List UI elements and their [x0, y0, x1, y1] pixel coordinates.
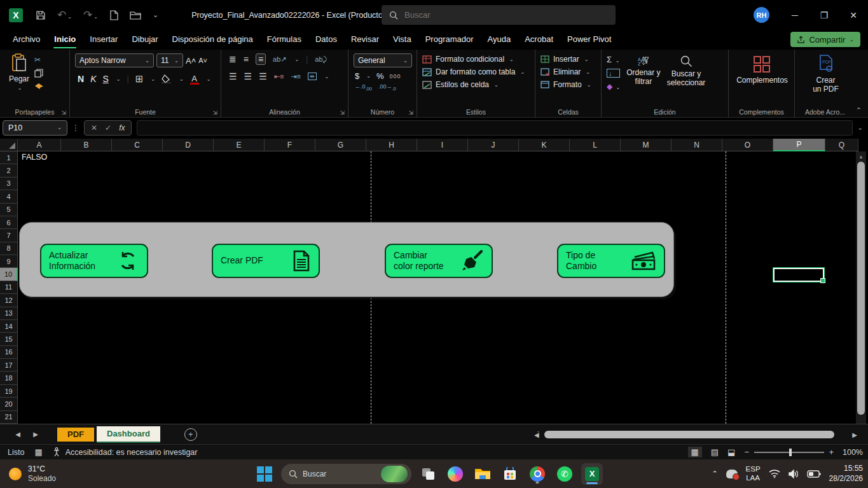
sheet-tab-pdf[interactable]: PDF — [56, 426, 95, 443]
row-header-14[interactable]: 14 — [0, 320, 18, 333]
format-cells-button[interactable]: Formato⌄ — [541, 80, 597, 89]
cambiar-color-reporte-button[interactable]: Cambiar color reporte — [385, 244, 493, 278]
format-as-table-button[interactable]: Dar formato como tabla⌄ — [422, 67, 531, 76]
row-header-10[interactable]: 10 — [0, 268, 18, 281]
tab-programador[interactable]: Programador — [418, 31, 481, 49]
column-header-e[interactable]: E — [214, 139, 265, 151]
new-file-icon[interactable] — [109, 10, 118, 20]
crear-pdf-button[interactable]: Crear PDF — [212, 244, 320, 278]
file-explorer-icon[interactable] — [472, 463, 493, 485]
row-header-6[interactable]: 6 — [0, 216, 18, 229]
column-header-l[interactable]: L — [570, 139, 621, 151]
font-dialog-launcher[interactable]: ⇲ — [212, 109, 217, 116]
wrap-text-icon[interactable]: ab⤸ — [315, 55, 327, 64]
tab-disposición-de-página[interactable]: Disposición de página — [165, 31, 260, 49]
row-header-21[interactable]: 21 — [0, 411, 18, 424]
column-header-i[interactable]: I — [417, 139, 468, 151]
clear-icon[interactable]: ◆ ⌄ — [607, 82, 620, 91]
row-header-9[interactable]: 9 — [0, 255, 18, 268]
row-header-18[interactable]: 18 — [0, 372, 18, 384]
select-all-corner[interactable] — [0, 139, 18, 151]
save-icon[interactable] — [36, 10, 46, 20]
accessibility-status[interactable]: Accesibilidad: es necesario investigar — [53, 447, 198, 457]
whatsapp-icon[interactable]: ✆ — [554, 463, 575, 485]
minimize-button[interactable]: ─ — [780, 0, 809, 30]
search-box[interactable] — [382, 5, 616, 25]
align-middle-icon[interactable]: ≡ — [244, 54, 249, 64]
row-header-2[interactable]: 2 — [0, 164, 18, 177]
merge-center-icon[interactable]: ⇹ — [308, 73, 317, 80]
zoom-thumb[interactable] — [789, 449, 792, 456]
copilot-icon[interactable] — [444, 463, 466, 485]
tab-inicio[interactable]: Inicio — [47, 31, 83, 49]
row-header-3[interactable]: 3 — [0, 178, 18, 190]
volume-icon[interactable] — [789, 470, 799, 478]
prev-sheet-icon[interactable]: ◀ — [9, 431, 27, 438]
decrease-indent-icon[interactable]: ⇤≡ — [274, 73, 284, 81]
collapse-ribbon-icon[interactable]: ⌃ — [856, 106, 862, 115]
sort-filter-button[interactable]: A AZ Ordenar y filtrar — [626, 55, 660, 87]
column-header-a[interactable]: A — [18, 139, 61, 151]
scroll-up-icon[interactable]: ▲ — [856, 151, 866, 162]
sheet-tab-dashboard[interactable]: Dashboard — [97, 426, 160, 443]
conditional-format-button[interactable]: Formato condicional⌄ — [422, 55, 531, 64]
row-header-12[interactable]: 12 — [0, 294, 18, 307]
tray-app-icon[interactable] — [726, 470, 738, 478]
row-header-16[interactable]: 16 — [0, 346, 18, 359]
battery-icon[interactable] — [807, 470, 821, 478]
increase-indent-icon[interactable]: ⇥≡ — [291, 73, 301, 81]
sheet-grid[interactable]: ABCDEFGHIJKLMNOPQ 1234567891011121314151… — [0, 139, 856, 424]
share-button[interactable]: Compartir ⌄ — [790, 32, 860, 47]
tab-revisar[interactable]: Revisar — [344, 31, 386, 49]
column-header-m[interactable]: M — [621, 139, 672, 151]
addins-button[interactable]: Complementos — [736, 55, 788, 108]
insert-cells-button[interactable]: Insertar⌄ — [541, 55, 597, 64]
insert-function-icon[interactable]: fx — [119, 123, 125, 132]
row-header-19[interactable]: 19 — [0, 385, 18, 398]
scroll-left-icon[interactable]: ◀ — [534, 431, 543, 438]
align-center-icon[interactable]: ☰ — [244, 71, 252, 81]
italic-button[interactable]: K — [90, 74, 96, 84]
new-sheet-button[interactable]: + — [184, 428, 197, 441]
cancel-entry-icon[interactable]: ✕ — [91, 123, 97, 132]
orientation-icon[interactable]: ab↗ — [273, 55, 286, 64]
comma-style-icon[interactable]: 000 — [390, 73, 401, 80]
clock[interactable]: 15:55 28/2/2026 — [829, 464, 863, 484]
decrease-font-icon[interactable]: A˅ — [198, 57, 207, 64]
column-header-f[interactable]: F — [265, 139, 315, 151]
hidden-icons-chevron[interactable]: ⌃ — [712, 470, 717, 478]
font-color-icon[interactable]: A — [190, 74, 199, 85]
underline-chevron[interactable]: ⌄ — [116, 76, 121, 82]
language-indicator[interactable]: ESP LAA — [746, 465, 761, 483]
decrease-decimal-icon[interactable]: .00→.0 — [378, 83, 396, 92]
row-header-1[interactable]: 1 — [0, 151, 18, 164]
align-left-icon[interactable]: ☰ — [229, 71, 237, 81]
increase-decimal-icon[interactable]: ←.0.00 — [355, 83, 372, 92]
weather-widget[interactable]: 31°C Soleado — [9, 464, 56, 484]
tab-fórmulas[interactable]: Fórmulas — [260, 31, 308, 49]
excel-taskbar-icon[interactable]: X — [581, 463, 603, 485]
column-header-c[interactable]: C — [112, 139, 163, 151]
open-folder-icon[interactable] — [130, 11, 141, 20]
column-header-k[interactable]: K — [519, 139, 570, 151]
zoom-in-icon[interactable]: + — [829, 448, 834, 457]
number-format-select[interactable]: General⌄ — [354, 53, 412, 67]
column-header-n[interactable]: N — [672, 139, 722, 151]
expand-formula-bar-icon[interactable]: ⌄ — [858, 124, 863, 131]
next-sheet-icon[interactable]: ▶ — [27, 431, 45, 438]
scroll-right-icon[interactable]: ▶ — [848, 431, 857, 438]
microsoft-store-icon[interactable] — [499, 463, 521, 485]
column-header-q[interactable]: Q — [825, 139, 858, 151]
find-select-button[interactable]: Buscar y seleccionar — [667, 55, 706, 88]
increase-font-icon[interactable]: A˄ — [186, 56, 196, 66]
zoom-level[interactable]: 100% — [843, 448, 863, 457]
row-header-15[interactable]: 15 — [0, 333, 18, 345]
close-button[interactable]: ✕ — [839, 0, 868, 30]
row-header-13[interactable]: 13 — [0, 307, 18, 320]
tab-acrobat[interactable]: Acrobat — [518, 31, 560, 49]
font-size-select[interactable]: 11⌄ — [156, 53, 183, 67]
tab-vista[interactable]: Vista — [386, 31, 418, 49]
column-header-g[interactable]: G — [315, 139, 366, 151]
column-header-j[interactable]: J — [468, 139, 519, 151]
name-box[interactable]: P10 ⌄ — [3, 120, 67, 136]
